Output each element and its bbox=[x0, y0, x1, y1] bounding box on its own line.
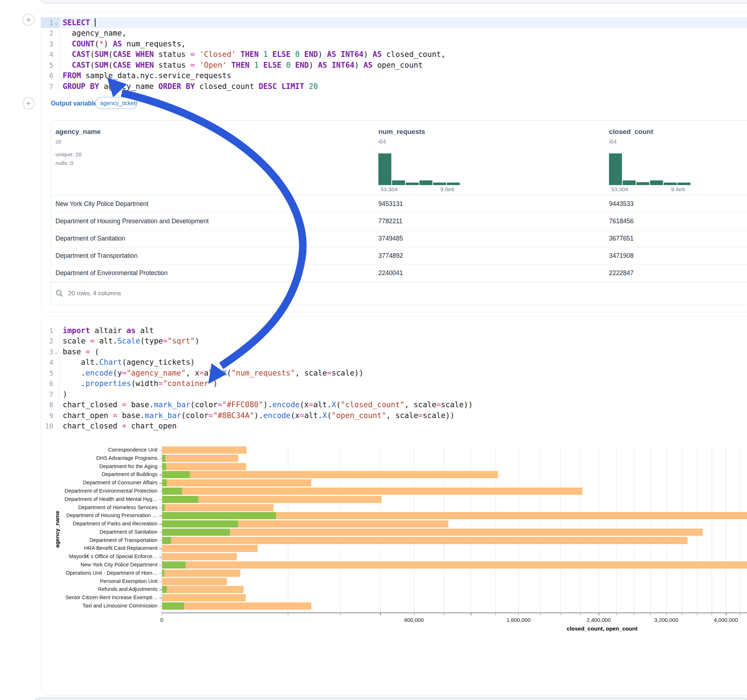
y-axis-label: Department of Buildings bbox=[49, 471, 157, 477]
histogram-bar bbox=[447, 183, 460, 185]
gridline bbox=[740, 446, 740, 612]
histogram-min-label: 53,304 bbox=[611, 186, 628, 193]
code-line[interactable]: 2 agency_name, bbox=[41, 28, 747, 39]
y-axis-label: Correspondence Unit bbox=[49, 447, 157, 453]
code-line[interactable]: 7GROUP BY agency_name ORDER BY closed_co… bbox=[41, 81, 747, 92]
x-axis-tick-label: 800,000 bbox=[385, 617, 443, 623]
x-axis-tick bbox=[697, 613, 697, 616]
code-line[interactable]: 4 CAST(SUM(CASE WHEN status = 'Closed' T… bbox=[41, 49, 747, 60]
table-row: New York City Police Department945313194… bbox=[51, 195, 747, 213]
bar-open_count bbox=[162, 496, 198, 503]
x-axis-tick bbox=[444, 613, 444, 616]
sql-cell: 1⌄SELECT 2 agency_name,3 COUNT(*) AS num… bbox=[41, 12, 747, 312]
y-axis-tick bbox=[159, 557, 162, 557]
x-axis-tick bbox=[340, 613, 340, 616]
table-cell: Department of Environmental Protection bbox=[56, 264, 168, 282]
add-cell-button-top[interactable]: + bbox=[22, 14, 35, 26]
x-axis-tick bbox=[712, 613, 712, 616]
x-axis-tick-label: 3,200,000 bbox=[637, 617, 695, 623]
code-line[interactable]: 1⌄SELECT bbox=[41, 17, 747, 28]
code-line[interactable]: 3 COUNT(*) AS num_requests, bbox=[41, 39, 747, 49]
histogram-max-label: 9.5e6 bbox=[440, 186, 454, 193]
y-axis-tick bbox=[159, 475, 162, 475]
x-axis-tick bbox=[496, 613, 496, 616]
column-histogram bbox=[609, 153, 690, 185]
y-axis-label: Taxi and Limousine Commission bbox=[49, 603, 157, 608]
y-axis-tick bbox=[159, 459, 162, 459]
y-axis-label: HRA Benefit Card Replacement bbox=[49, 545, 157, 551]
bar-closed_count bbox=[162, 537, 688, 544]
bar-closed_count bbox=[162, 553, 237, 560]
y-axis-tick bbox=[159, 565, 162, 565]
x-axis-tick bbox=[726, 613, 726, 616]
y-axis-tick bbox=[159, 508, 162, 508]
gridline bbox=[712, 446, 712, 612]
bar-closed_count bbox=[162, 447, 247, 454]
y-axis-label: Department of Transportation bbox=[49, 537, 157, 543]
table-row: Department of Transportation377489234719… bbox=[51, 247, 747, 265]
bar-closed_count bbox=[162, 529, 703, 536]
table-cell: 3774892 bbox=[378, 247, 403, 264]
y-axis-label: Operations Unit - Department of Hom… bbox=[49, 570, 157, 576]
histogram-min-label: 53,304 bbox=[381, 186, 398, 193]
y-axis-label: Department of Environmental Protection bbox=[49, 488, 157, 494]
sql-editor[interactable]: 1⌄SELECT 2 agency_name,3 COUNT(*) AS num… bbox=[41, 17, 747, 92]
gridline bbox=[726, 446, 726, 612]
y-axis-tick bbox=[159, 532, 162, 533]
code-line[interactable]: 6FROM sample_data.nyc.service_requests bbox=[41, 71, 747, 81]
table-cell: 3677651 bbox=[609, 230, 634, 247]
bar-closed_count bbox=[162, 487, 583, 495]
x-axis-tick-label: 1,600,000 bbox=[490, 617, 547, 623]
table-row: Department of Housing Preservation and D… bbox=[51, 213, 747, 230]
x-axis-tick bbox=[162, 613, 162, 616]
code-line[interactable]: 5 CAST(SUM(CASE WHEN status = 'Open' THE… bbox=[41, 60, 747, 71]
histogram-bar bbox=[419, 180, 432, 185]
histogram-bar bbox=[650, 180, 663, 185]
notebook-page: + + 1⌄SELECT 2 agency_name,3 COUNT(*) AS… bbox=[0, 0, 747, 700]
bar-closed_count bbox=[162, 545, 258, 552]
text-cursor bbox=[95, 18, 95, 27]
table-row: Department of Environmental Protection22… bbox=[51, 264, 747, 282]
x-axis-tick bbox=[634, 613, 634, 616]
bar-closed_count bbox=[162, 594, 246, 601]
table-footer: 20 rows, 4 columns bbox=[51, 282, 747, 305]
line-number: 1 bbox=[42, 19, 53, 27]
x-axis-tick bbox=[561, 613, 561, 616]
x-axis-tick bbox=[740, 613, 740, 616]
x-axis-tick-label: 2,400,000 bbox=[570, 617, 628, 623]
x-axis-tick bbox=[599, 613, 599, 616]
line-number: 6 bbox=[42, 72, 53, 80]
add-cell-button-output[interactable]: + bbox=[22, 97, 35, 109]
output-variable-pill[interactable]: agency_tickets bbox=[95, 97, 138, 109]
bar-closed_count bbox=[162, 602, 312, 609]
bar-open_count bbox=[162, 586, 167, 593]
table-cell: Department of Housing Preservation and D… bbox=[56, 213, 209, 230]
line-number: 3 bbox=[42, 40, 53, 48]
x-axis-tick-label: 4,000,000 bbox=[697, 617, 747, 623]
x-axis-tick bbox=[666, 613, 667, 616]
y-axis-label: Department of Sanitation bbox=[49, 529, 157, 535]
table-cell: 7618456 bbox=[609, 213, 634, 230]
table-cell: Department of Sanitation bbox=[56, 230, 126, 247]
bar-open_count bbox=[162, 570, 165, 577]
column-name: closed_count bbox=[609, 128, 653, 136]
y-axis-label: Mayorâ€ s Office of Special Enforce… bbox=[49, 554, 157, 559]
histogram-bar bbox=[623, 180, 636, 185]
bar-closed_count bbox=[162, 586, 243, 593]
histogram-bar bbox=[664, 183, 677, 185]
table-cell: 2240041 bbox=[378, 264, 403, 282]
y-axis-label: Department of Parks and Recreation bbox=[49, 520, 157, 527]
bar-open_count bbox=[162, 455, 166, 462]
x-axis-tick bbox=[617, 613, 617, 616]
table-cell: 3749485 bbox=[378, 230, 403, 247]
bar-closed_count bbox=[162, 504, 274, 511]
search-icon[interactable] bbox=[56, 290, 64, 297]
fold-toggle-icon[interactable]: ⌄ bbox=[53, 20, 59, 26]
bar-closed_count bbox=[162, 561, 747, 569]
bar-open_count bbox=[162, 529, 230, 536]
table-cell: Department of Transportation bbox=[56, 247, 138, 264]
table-row-count: 20 rows, 4 columns bbox=[68, 290, 121, 297]
output-variable-label: Output variable: bbox=[51, 100, 99, 107]
altair-chart: Correspondence UnitDHS Advantage Program… bbox=[41, 317, 747, 695]
bar-open_count bbox=[162, 602, 184, 609]
